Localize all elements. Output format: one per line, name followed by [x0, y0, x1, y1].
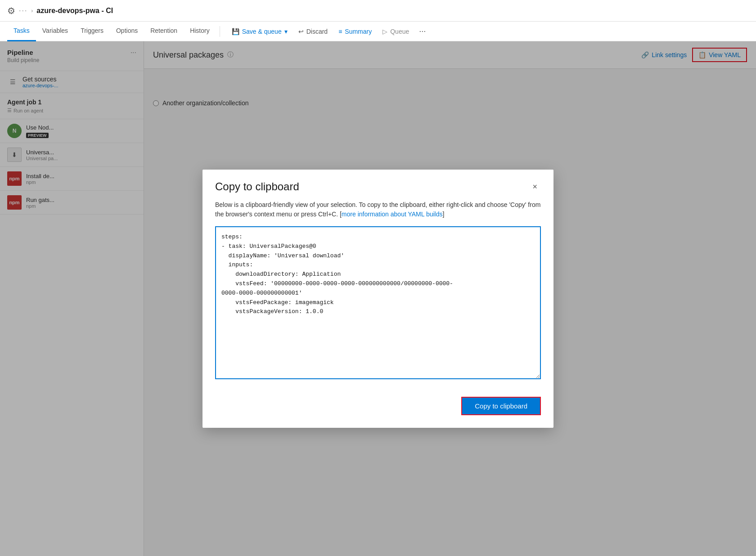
summary-button[interactable]: ≡ Summary [334, 25, 376, 38]
discard-button[interactable]: ↩ Discard [294, 25, 332, 38]
more-button[interactable]: ··· [415, 27, 429, 36]
queue-button[interactable]: ▷ Queue [378, 25, 414, 38]
summary-icon: ≡ [338, 28, 342, 35]
discard-icon: ↩ [298, 28, 304, 35]
nav-divider [220, 26, 220, 37]
copy-to-clipboard-modal: Copy to clipboard × Below is a clipboard… [202, 170, 554, 428]
modal-description: Below is a clipboard-friendly view of yo… [215, 200, 541, 219]
dropdown-chevron-icon: ▾ [284, 28, 288, 35]
tab-triggers[interactable]: Triggers [74, 22, 110, 41]
app-icon: ⚙ [7, 5, 15, 16]
copy-clipboard-button[interactable]: Copy to clipboard [461, 397, 541, 415]
save-queue-button[interactable]: 💾 Save & queue ▾ [227, 25, 292, 38]
tab-retention[interactable]: Retention [144, 22, 184, 41]
modal-body: Below is a clipboard-friendly view of yo… [202, 200, 554, 390]
main-content: Pipeline Build pipeline ··· ☰ Get source… [0, 41, 756, 556]
top-bar: ⚙ ··· › azure-devops-pwa - CI [0, 0, 756, 22]
tab-variables[interactable]: Variables [36, 22, 74, 41]
save-icon: 💾 [232, 28, 239, 35]
modal-overlay: Copy to clipboard × Below is a clipboard… [0, 41, 756, 556]
tab-options[interactable]: Options [110, 22, 144, 41]
modal-header: Copy to clipboard × [202, 170, 554, 200]
breadcrumb-dots[interactable]: ··· [19, 7, 27, 15]
page-title: azure-devops-pwa - CI [36, 7, 113, 15]
queue-icon: ▷ [382, 28, 387, 35]
tab-history[interactable]: History [184, 22, 216, 41]
modal-close-button[interactable]: × [529, 181, 541, 193]
yaml-content-textarea[interactable] [215, 226, 541, 379]
more-info-link[interactable]: more information about YAML builds [342, 211, 443, 218]
tab-tasks[interactable]: Tasks [7, 22, 36, 41]
breadcrumb-chevron: › [31, 8, 33, 14]
modal-title: Copy to clipboard [215, 180, 299, 193]
nav-tabs: Tasks Variables Triggers Options Retenti… [0, 22, 756, 41]
nav-actions: 💾 Save & queue ▾ ↩ Discard ≡ Summary ▷ Q… [227, 25, 430, 38]
modal-footer: Copy to clipboard [202, 390, 554, 428]
